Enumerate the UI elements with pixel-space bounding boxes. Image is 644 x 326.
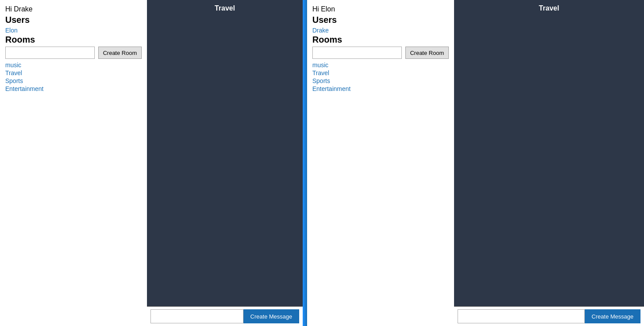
- left-create-room-button[interactable]: Create Room: [98, 47, 142, 59]
- left-create-message-button[interactable]: Create Message: [243, 309, 299, 323]
- right-chat-input-area: Create Message: [454, 306, 644, 326]
- right-user-drake[interactable]: Drake: [312, 27, 449, 34]
- left-greeting: Hi Drake: [5, 5, 142, 13]
- left-panel: Hi Drake Users Elon Rooms Create Room mu…: [0, 0, 303, 326]
- right-create-room-input[interactable]: [312, 47, 402, 59]
- right-sidebar: Hi Elon Users Drake Rooms Create Room mu…: [307, 0, 454, 326]
- left-chat-messages: [147, 17, 303, 306]
- left-chat: Travel Create Message: [147, 0, 303, 326]
- right-sidebar-content: Hi Elon Users Drake Rooms Create Room mu…: [307, 0, 454, 326]
- right-message-input[interactable]: [458, 309, 585, 323]
- left-chat-title: Travel: [147, 0, 303, 17]
- left-message-input[interactable]: [150, 309, 243, 323]
- right-greeting: Hi Elon: [312, 5, 449, 13]
- left-create-room-input[interactable]: [5, 47, 95, 59]
- left-sidebar-content: Hi Drake Users Elon Rooms Create Room mu…: [0, 0, 147, 326]
- left-users-title: Users: [5, 15, 142, 25]
- left-rooms-header: Create Room: [5, 47, 142, 59]
- left-room-travel[interactable]: Travel: [5, 69, 142, 76]
- left-room-music[interactable]: music: [5, 62, 142, 69]
- left-room-sports[interactable]: Sports: [5, 77, 142, 84]
- right-users-title: Users: [312, 15, 449, 25]
- right-chat: Travel Create Message: [454, 0, 644, 326]
- right-rooms-title: Rooms: [312, 35, 449, 45]
- left-sidebar: Hi Drake Users Elon Rooms Create Room mu…: [0, 0, 147, 326]
- right-chat-messages: [454, 17, 644, 306]
- right-room-sports[interactable]: Sports: [312, 77, 449, 84]
- left-chat-input-area: Create Message: [147, 306, 303, 326]
- left-user-elon[interactable]: Elon: [5, 27, 142, 34]
- panel-divider: [303, 0, 307, 326]
- right-panel: Hi Elon Users Drake Rooms Create Room mu…: [307, 0, 644, 326]
- right-room-travel[interactable]: Travel: [312, 69, 449, 76]
- right-rooms-header: Create Room: [312, 47, 449, 59]
- right-create-room-button[interactable]: Create Room: [405, 47, 449, 59]
- right-chat-title: Travel: [454, 0, 644, 17]
- right-room-music[interactable]: music: [312, 62, 449, 69]
- right-create-message-button[interactable]: Create Message: [585, 309, 640, 323]
- left-rooms-title: Rooms: [5, 35, 142, 45]
- right-room-entertainment[interactable]: Entertainment: [312, 85, 449, 92]
- left-room-entertainment[interactable]: Entertainment: [5, 85, 142, 92]
